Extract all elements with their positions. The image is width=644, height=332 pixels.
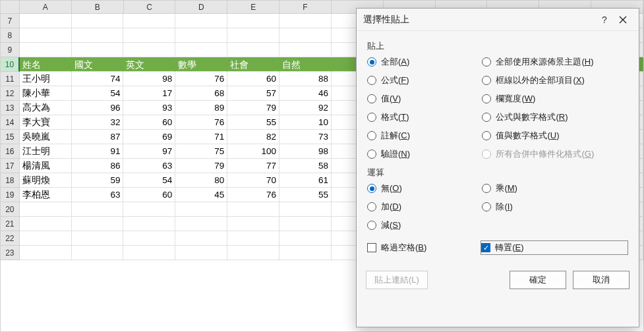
cell[interactable]: 75 [175, 144, 227, 159]
cell[interactable]: 46 [279, 86, 332, 101]
cell[interactable] [123, 246, 175, 260]
paste-radio-formats[interactable]: 格式(T) [367, 111, 479, 123]
cell[interactable]: 姓名 [20, 57, 72, 72]
paste-radio-formulas[interactable]: 公式(F) [367, 74, 479, 86]
cell[interactable] [175, 43, 227, 57]
cell[interactable] [20, 231, 72, 246]
cell[interactable]: 98 [279, 144, 332, 159]
cell[interactable]: 82 [227, 130, 279, 144]
cell[interactable] [20, 217, 72, 231]
cell[interactable]: 87 [72, 130, 124, 144]
paste-radio-value-num[interactable]: 值與數字格式(U) [482, 130, 628, 142]
cell[interactable]: 數學 [175, 57, 227, 72]
cell[interactable] [72, 246, 124, 260]
row-header[interactable]: 9 [1, 43, 20, 57]
column-header-E[interactable]: E [227, 1, 279, 14]
row-header[interactable]: 13 [1, 101, 20, 115]
cell[interactable] [175, 217, 227, 231]
cell[interactable]: 61 [279, 173, 332, 188]
cell[interactable] [175, 14, 227, 28]
paste-radio-no-border[interactable]: 框線以外的全部項目(X) [482, 74, 628, 86]
cell[interactable]: 英文 [123, 57, 175, 72]
cell[interactable]: 97 [123, 144, 175, 159]
close-button[interactable] [614, 11, 632, 29]
skip-blanks-checkbox[interactable]: 略過空格(B) [367, 240, 481, 255]
cell[interactable]: 92 [279, 101, 332, 115]
cell[interactable]: 70 [227, 173, 279, 188]
cell[interactable]: 86 [72, 159, 124, 173]
row-header[interactable]: 23 [1, 246, 20, 260]
cell[interactable]: 76 [175, 115, 227, 130]
row-header[interactable]: 15 [1, 130, 20, 144]
op-radio-add[interactable]: 加(D) [367, 201, 479, 213]
cell[interactable] [72, 43, 124, 57]
cell[interactable] [227, 14, 279, 28]
column-header-C[interactable]: C [124, 1, 176, 14]
cell[interactable]: 59 [72, 173, 124, 188]
cell[interactable]: 96 [72, 101, 124, 115]
cell[interactable]: 76 [175, 72, 227, 86]
cell[interactable]: 79 [227, 101, 279, 115]
column-header-F[interactable]: F [279, 1, 332, 14]
cell[interactable]: 57 [227, 86, 279, 101]
cell[interactable]: 89 [175, 101, 227, 115]
cell[interactable]: 陳小華 [20, 86, 72, 101]
cell[interactable] [279, 28, 332, 43]
cell[interactable]: 高大為 [20, 101, 72, 115]
row-header[interactable]: 17 [1, 159, 20, 173]
row-header[interactable]: 20 [1, 202, 20, 217]
cell[interactable]: 李柏恩 [20, 188, 72, 202]
cell[interactable]: 54 [72, 86, 124, 101]
cell[interactable] [279, 43, 332, 57]
row-header[interactable]: 11 [1, 72, 20, 86]
paste-radio-validation[interactable]: 驗證(N) [367, 148, 479, 160]
cell[interactable]: 76 [227, 188, 279, 202]
cell[interactable] [227, 217, 279, 231]
cell[interactable] [175, 202, 227, 217]
cell[interactable]: 32 [72, 115, 124, 130]
cell[interactable] [227, 43, 279, 57]
op-radio-sub[interactable]: 減(S) [367, 219, 479, 231]
op-radio-mul[interactable]: 乘(M) [482, 182, 628, 194]
cell[interactable] [72, 231, 124, 246]
cell[interactable] [123, 43, 175, 57]
cell[interactable] [175, 231, 227, 246]
ok-button[interactable]: 確定 [510, 271, 566, 289]
cell[interactable]: 江士明 [20, 144, 72, 159]
cell[interactable] [123, 202, 175, 217]
cell[interactable] [20, 246, 72, 260]
column-header-D[interactable]: D [175, 1, 227, 14]
paste-radio-formula-num[interactable]: 公式與數字格式(R) [482, 111, 628, 123]
help-button[interactable]: ? [595, 11, 614, 29]
row-header[interactable]: 16 [1, 144, 20, 159]
cell[interactable]: 45 [175, 188, 227, 202]
row-header[interactable]: 7 [1, 14, 20, 28]
cell[interactable]: 54 [123, 173, 175, 188]
cell[interactable]: 60 [123, 188, 175, 202]
cell[interactable]: 自然 [279, 57, 332, 72]
cell[interactable]: 社會 [227, 57, 279, 72]
cell[interactable]: 55 [227, 115, 279, 130]
cell[interactable] [227, 28, 279, 43]
cell[interactable]: 60 [123, 115, 175, 130]
cell[interactable]: 10 [279, 115, 332, 130]
row-header[interactable]: 12 [1, 86, 20, 101]
cell[interactable]: 國文 [72, 57, 124, 72]
cell[interactable] [20, 43, 72, 57]
cell[interactable] [279, 14, 332, 28]
cell[interactable]: 69 [123, 130, 175, 144]
cell[interactable] [72, 202, 124, 217]
paste-radio-values[interactable]: 值(V) [367, 93, 479, 105]
cell[interactable]: 李大寶 [20, 115, 72, 130]
cell[interactable] [123, 14, 175, 28]
cell[interactable]: 63 [72, 188, 124, 202]
cell[interactable] [123, 28, 175, 43]
cell[interactable]: 王小明 [20, 72, 72, 86]
cell[interactable] [72, 28, 124, 43]
cell[interactable]: 74 [72, 72, 124, 86]
row-header[interactable]: 22 [1, 231, 20, 246]
cell[interactable]: 80 [175, 173, 227, 188]
cell[interactable]: 68 [175, 86, 227, 101]
paste-radio-all[interactable]: 全部(A) [367, 56, 479, 68]
paste-radio-all-theme[interactable]: 全部使用來源佈景主題(H) [482, 56, 628, 68]
